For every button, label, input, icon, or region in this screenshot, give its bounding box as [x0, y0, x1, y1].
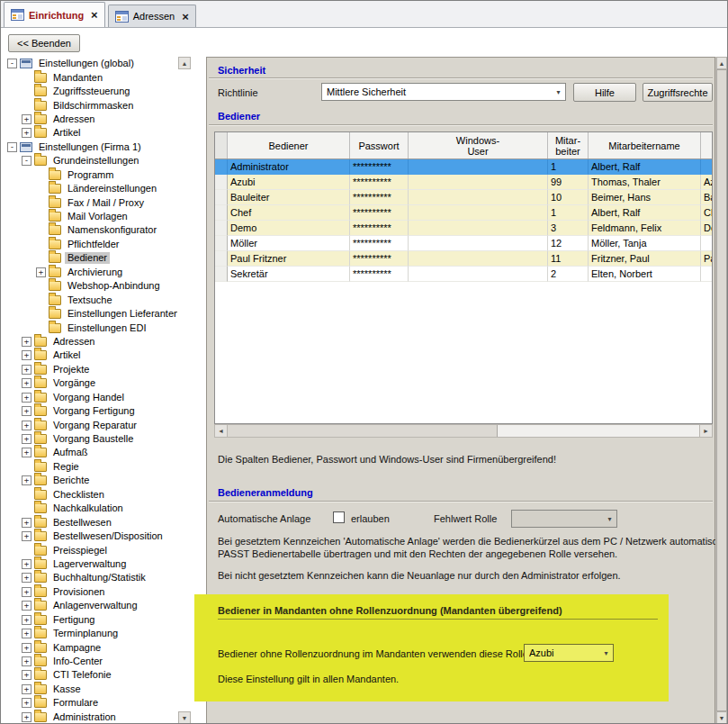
expand-plus-icon[interactable]: +: [22, 434, 31, 444]
hilfe-button[interactable]: Hilfe: [573, 83, 636, 102]
tree-item-namenskonfigurator[interactable]: Namenskonfigurator: [4, 223, 177, 237]
scroll-down-icon[interactable]: ▼: [716, 711, 727, 724]
expand-plus-icon[interactable]: +: [22, 670, 31, 680]
tree-item-einstellungen-lieferanten[interactable]: Einstellungen Lieferanten: [4, 307, 177, 321]
scroll-left-icon[interactable]: ◄: [215, 425, 228, 437]
scrollbar-thumb[interactable]: [228, 425, 498, 437]
expand-plus-icon[interactable]: +: [22, 601, 31, 611]
tab-close-icon[interactable]: ×: [91, 10, 98, 20]
tree-item-formulare[interactable]: +Formulare: [4, 696, 177, 710]
row-selector[interactable]: [215, 267, 228, 282]
tree-item-mandanten[interactable]: Mandanten: [4, 70, 177, 84]
tree-item-einstellungen-global[interactable]: -Einstellungen (global): [4, 57, 177, 70]
column-header-passwort[interactable]: Passwort: [350, 132, 409, 158]
tree-item-vorgang-baustelle[interactable]: +Vorgang Baustelle: [4, 432, 177, 446]
expand-plus-icon[interactable]: +: [22, 518, 31, 528]
expand-plus-icon[interactable]: +: [22, 531, 31, 541]
rolle-select[interactable]: Azubi ▾: [524, 644, 614, 662]
tab-close-icon[interactable]: ×: [182, 12, 189, 22]
expand-plus-icon[interactable]: +: [22, 406, 31, 416]
tree-scrollbar[interactable]: ▲ ▼: [178, 57, 191, 724]
expand-plus-icon[interactable]: +: [22, 643, 31, 653]
tab-einrichtung[interactable]: Einrichtung ×: [4, 2, 105, 27]
expand-plus-icon[interactable]: +: [22, 350, 31, 360]
expand-plus-icon[interactable]: +: [22, 393, 31, 403]
tree-item-cti-telefonie[interactable]: +CTI Telefonie: [4, 668, 177, 682]
row-selector[interactable]: [215, 205, 228, 221]
tree-item-mail-vorlagen[interactable]: Mail Vorlagen: [4, 210, 177, 223]
tree-item-kasse[interactable]: +Kasse: [4, 683, 177, 696]
tree-item-vorgang-reparatur[interactable]: +Vorgang Reparatur: [4, 418, 177, 431]
expand-plus-icon[interactable]: +: [22, 421, 31, 430]
tree-item-bediener[interactable]: Bediener: [4, 251, 177, 265]
row-selector[interactable]: [215, 190, 228, 205]
expand-plus-icon[interactable]: +: [36, 267, 46, 277]
table-row[interactable]: Demo**********3Feldmann, FelixDem: [215, 221, 712, 236]
tree-item-checklisten[interactable]: Checklisten: [4, 488, 177, 502]
scrollbar-thumb[interactable]: [716, 69, 727, 711]
column-header-bediener[interactable]: Bediener: [228, 132, 350, 158]
row-selector[interactable]: [215, 175, 228, 190]
row-selector[interactable]: [215, 159, 228, 175]
tree-item-kampagne[interactable]: +Kampagne: [4, 640, 177, 654]
tree-item-einstellungen-firma-1[interactable]: -Einstellungen (Firma 1): [4, 140, 177, 154]
tree-item-regie[interactable]: Regie: [4, 460, 177, 474]
tree-item-fertigung[interactable]: +Fertigung: [4, 613, 177, 627]
expand-plus-icon[interactable]: +: [22, 365, 31, 375]
expand-plus-icon[interactable]: +: [22, 615, 31, 625]
beenden-button[interactable]: << Beenden: [8, 34, 80, 52]
table-row[interactable]: Bauleiter**********10Beimer, HansBau: [215, 190, 712, 205]
column-header-windows-user[interactable]: Windows- User: [409, 132, 548, 158]
tree-item-artikel[interactable]: +Artikel: [4, 348, 177, 362]
table-row[interactable]: Azubi**********99Thomas, ThalerAzu: [215, 175, 712, 190]
tree-item-zugriffssteuerung[interactable]: Zugriffssteuerung: [4, 85, 177, 98]
column-header-mitarbeitername[interactable]: Mitarbeitername: [589, 132, 701, 158]
tree-item-bestellwesen[interactable]: +Bestellwesen: [4, 515, 177, 529]
tree-item-vorgang-handel[interactable]: +Vorgang Handel: [4, 391, 177, 404]
tree-item-bildschirmmasken[interactable]: Bildschirmmasken: [4, 98, 177, 112]
expand-plus-icon[interactable]: +: [22, 698, 31, 708]
row-selector[interactable]: [215, 221, 228, 236]
tree-item-provisionen[interactable]: +Provisionen: [4, 585, 177, 599]
tab-adressen[interactable]: Adressen ×: [108, 5, 196, 27]
tree-item-artikel[interactable]: +Artikel: [4, 126, 177, 140]
expand-plus-icon[interactable]: +: [22, 378, 31, 388]
expand-plus-icon[interactable]: +: [22, 448, 31, 457]
expand-plus-icon[interactable]: +: [22, 114, 31, 124]
tree-item-vorg-nge[interactable]: +Vorgänge: [4, 376, 177, 390]
expand-plus-icon[interactable]: +: [22, 573, 31, 583]
tree-item-archivierung[interactable]: +Archivierung: [4, 266, 177, 279]
expand-plus-icon[interactable]: +: [22, 656, 31, 666]
tree-item-webshop-anbindung[interactable]: Webshop-Anbindung: [4, 279, 177, 293]
expand-plus-icon[interactable]: +: [22, 559, 31, 569]
scroll-down-icon[interactable]: ▼: [178, 711, 191, 724]
collapse-minus-icon[interactable]: -: [7, 142, 17, 152]
vertical-scrollbar[interactable]: ▲ ▼: [715, 57, 727, 724]
selector-column-header[interactable]: [701, 132, 713, 158]
collapse-minus-icon[interactable]: -: [7, 59, 17, 68]
tree-item-fax-mail-proxy[interactable]: Fax / Mail / Proxy: [4, 195, 177, 209]
expand-plus-icon[interactable]: +: [22, 475, 31, 485]
tree-item-projekte[interactable]: +Projekte: [4, 363, 177, 376]
tree-item-einstellungen-edi[interactable]: Einstellungen EDI: [4, 321, 177, 334]
tree-item-buchhaltung-statistik[interactable]: +Buchhaltung/Statistik: [4, 571, 177, 584]
tree-item-administration[interactable]: +Administration: [4, 710, 177, 724]
collapse-minus-icon[interactable]: -: [22, 156, 31, 166]
fehlwert-rolle-select[interactable]: ▾: [511, 510, 617, 528]
tree-item-aufma[interactable]: +Aufmaß: [4, 446, 177, 459]
row-selector[interactable]: [215, 251, 228, 267]
tree-item-programm[interactable]: Programm: [4, 168, 177, 182]
expand-plus-icon[interactable]: +: [22, 337, 31, 347]
tree-item-lagerverwaltung[interactable]: +Lagerverwaltung: [4, 557, 177, 571]
selector-column-header[interactable]: [215, 132, 228, 158]
tree-item-berichte[interactable]: +Berichte: [4, 474, 177, 487]
tree-item-info-center[interactable]: +Info-Center: [4, 655, 177, 668]
tree-item-preisspiegel[interactable]: Preisspiegel: [4, 543, 177, 557]
tree-item-textsuche[interactable]: Textsuche: [4, 293, 177, 306]
horizontal-scrollbar[interactable]: ◄ ►: [214, 424, 713, 438]
table-row[interactable]: Sekretär**********2Elten, Norbert: [215, 267, 712, 282]
tree-item-nachkalkulation[interactable]: Nachkalkulation: [4, 502, 177, 515]
tree-item-terminplanung[interactable]: +Terminplanung: [4, 627, 177, 640]
table-row[interactable]: Paul Fritzner**********11Fritzner, PaulP…: [215, 251, 712, 267]
expand-plus-icon[interactable]: +: [22, 587, 31, 597]
